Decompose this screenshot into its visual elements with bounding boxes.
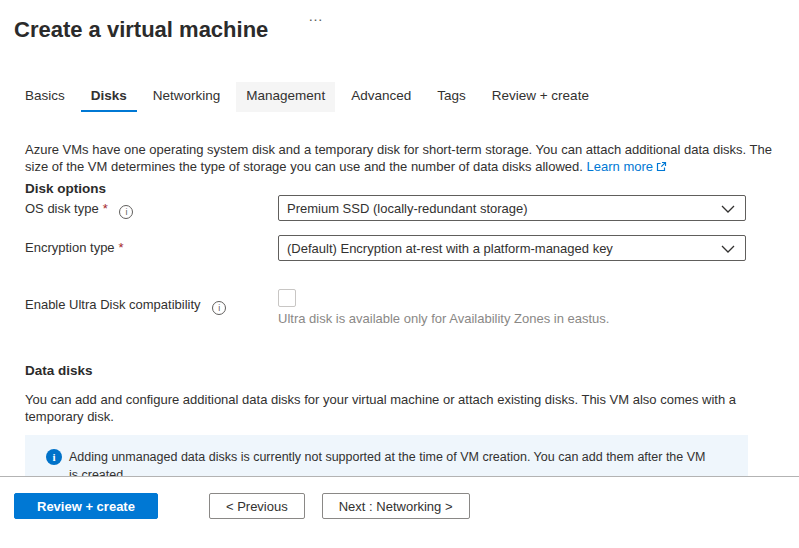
tab-tags[interactable]: Tags: [427, 82, 476, 112]
next-networking-button[interactable]: Next : Networking >: [322, 493, 470, 519]
os-disk-type-dropdown[interactable]: Premium SSD (locally-redundant storage): [278, 195, 746, 221]
tab-basics[interactable]: Basics: [25, 82, 75, 112]
encryption-type-value: (Default) Encryption at-rest with a plat…: [287, 241, 613, 256]
encryption-type-label-text: Encryption type: [25, 240, 115, 255]
page-title: Create a virtual machine: [14, 17, 268, 43]
chevron-down-icon: [721, 201, 735, 216]
tab-management[interactable]: Management: [236, 82, 335, 112]
required-asterisk: *: [103, 201, 108, 216]
required-asterisk: *: [119, 240, 124, 255]
tab-networking[interactable]: Networking: [143, 82, 231, 112]
os-disk-type-label: OS disk type* i: [25, 201, 133, 219]
learn-more-link[interactable]: Learn more: [587, 159, 653, 174]
chevron-down-icon: [721, 241, 735, 256]
footer-bar: Review + create < Previous Next : Networ…: [0, 476, 799, 548]
info-icon: i: [46, 449, 62, 465]
os-disk-type-info-icon[interactable]: i: [119, 205, 133, 219]
external-link-icon: [656, 159, 667, 176]
intro-text: Azure VMs have one operating system disk…: [25, 141, 773, 176]
encryption-type-dropdown[interactable]: (Default) Encryption at-rest with a plat…: [278, 235, 746, 261]
tab-review-create[interactable]: Review + create: [482, 82, 599, 112]
ultra-disk-label: Enable Ultra Disk compatibility i: [25, 297, 226, 315]
encryption-type-label: Encryption type*: [25, 240, 124, 255]
os-disk-type-value: Premium SSD (locally-redundant storage): [287, 201, 528, 216]
data-disks-description: You can add and configure additional dat…: [25, 391, 773, 425]
ultra-disk-checkbox[interactable]: [278, 289, 296, 307]
previous-button[interactable]: < Previous: [209, 493, 305, 519]
os-disk-type-label-text: OS disk type: [25, 201, 99, 216]
ultra-disk-note: Ultra disk is available only for Availab…: [278, 311, 609, 326]
review-create-button[interactable]: Review + create: [14, 493, 158, 519]
tab-advanced[interactable]: Advanced: [341, 82, 421, 112]
more-options-icon[interactable]: …: [308, 7, 324, 24]
disk-options-heading: Disk options: [25, 181, 106, 196]
ultra-disk-label-text: Enable Ultra Disk compatibility: [25, 297, 201, 312]
footer-buttons: Review + create < Previous Next : Networ…: [0, 477, 799, 519]
data-disks-heading: Data disks: [25, 363, 93, 378]
tab-disks[interactable]: Disks: [81, 82, 137, 112]
tab-bar: Basics Disks Networking Management Advan…: [25, 82, 605, 112]
ultra-disk-info-icon[interactable]: i: [212, 301, 226, 315]
